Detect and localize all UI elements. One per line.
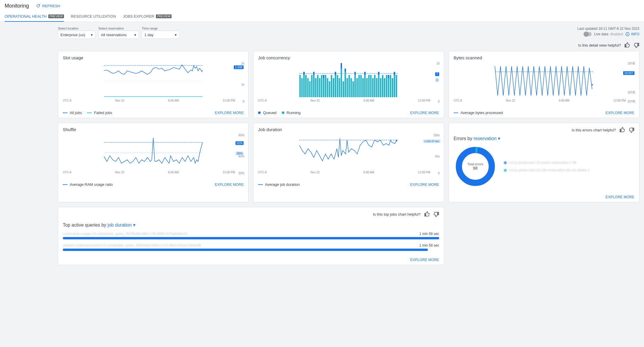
thumbs-down-icon[interactable] xyxy=(433,211,439,217)
svg-rect-16 xyxy=(315,78,317,97)
svg-rect-37 xyxy=(349,75,350,97)
thumbs-up-icon[interactable] xyxy=(619,127,625,133)
time-range-select[interactable]: 1 day ▾ xyxy=(142,31,179,39)
thumbs-up-icon[interactable] xyxy=(424,211,430,217)
value-badge: 18.93T xyxy=(623,71,634,75)
progress-bar xyxy=(63,249,428,251)
svg-rect-27 xyxy=(335,75,336,97)
svg-rect-51 xyxy=(372,78,374,97)
svg-rect-26 xyxy=(333,78,334,97)
explore-more-link[interactable]: EXPLORE MORE xyxy=(410,183,439,187)
svg-rect-20 xyxy=(323,78,325,97)
explore-more-link[interactable]: EXPLORE MORE xyxy=(410,111,439,115)
svg-rect-65 xyxy=(394,72,395,75)
card-top-queries: Is this top jobs chart helpful? Top acti… xyxy=(58,207,444,265)
card-shuffle: Shuffle 60% 40% 20% 52% 38% UTC-8 Nov 22… xyxy=(58,123,249,202)
svg-rect-8 xyxy=(303,75,305,97)
card-job-duration: Job duration 100s 50s 0 1 min 27 sec UTC… xyxy=(253,123,444,202)
svg-rect-53 xyxy=(376,78,378,97)
time-range-label: Time range xyxy=(142,27,179,30)
svg-rect-2 xyxy=(628,33,628,33)
svg-rect-7 xyxy=(301,78,303,97)
svg-rect-36 xyxy=(347,78,348,97)
svg-point-72 xyxy=(396,140,397,142)
svg-rect-58 xyxy=(384,78,385,97)
explore-more-link[interactable]: EXPLORE MORE xyxy=(215,183,244,187)
svg-rect-22 xyxy=(325,75,326,97)
svg-rect-42 xyxy=(356,78,358,97)
explore-more-link[interactable]: EXPLORE MORE xyxy=(410,258,439,262)
legend-ram: Average RAM usage ratio xyxy=(63,182,113,187)
job-duration-chart: 100s 50s 0 1 min 27 sec UTC-8 Nov 22 6:0… xyxy=(258,135,439,178)
svg-rect-11 xyxy=(307,78,309,97)
legend-bytes: Average bytes processed xyxy=(454,111,503,115)
refresh-label: REFRESH xyxy=(42,4,60,8)
legend-jobdur: Average job duration xyxy=(258,182,300,187)
detail-feedback-row: Is this detail view helpful? xyxy=(58,42,639,48)
live-data-toggle[interactable] xyxy=(584,32,592,36)
thumbs-up-icon[interactable] xyxy=(624,42,630,48)
refresh-button[interactable]: REFRESH xyxy=(36,3,60,8)
svg-rect-34 xyxy=(345,72,346,97)
svg-rect-64 xyxy=(394,75,395,97)
tabs: OPERATIONAL HEALTH PREVIEW RESOURCE UTIL… xyxy=(0,12,644,22)
svg-rect-47 xyxy=(364,72,366,75)
value-badge: 7 xyxy=(435,72,439,76)
value-badge: 1.93K xyxy=(234,65,244,69)
legend-error-item: m11y-joonix-test:US.yuesh-reservation-2 … xyxy=(504,161,590,165)
svg-rect-57 xyxy=(382,75,384,97)
progress-bar xyxy=(63,237,439,239)
chevron-down-icon: ▾ xyxy=(134,33,136,37)
svg-rect-12 xyxy=(309,81,311,97)
svg-rect-6 xyxy=(299,75,301,97)
info-button[interactable]: INFO xyxy=(625,32,639,36)
card-slot-usage: Slot usage 2k 1k 0 1.93K UTC-8 Nov 22 6:… xyxy=(58,51,249,118)
tab-jobs-explorer[interactable]: JOBS EXPLORER PREVIEW xyxy=(123,12,172,22)
errors-groupby-dropdown[interactable]: reservation ▾ xyxy=(474,136,500,141)
filter-row: Select location Enterprise (us) ▾ Select… xyxy=(58,27,639,39)
explore-more-link[interactable]: EXPLORE MORE xyxy=(606,195,634,199)
chart-title: Job concurrency xyxy=(258,55,439,60)
preview-badge: PREVIEW xyxy=(156,14,172,18)
svg-rect-59 xyxy=(386,75,387,97)
thumbs-down-icon[interactable] xyxy=(629,127,634,133)
legend-all-jobs: All jobs xyxy=(63,111,82,115)
svg-rect-56 xyxy=(380,78,382,97)
svg-rect-1 xyxy=(628,34,628,35)
chevron-down-icon: ▾ xyxy=(91,33,93,37)
svg-rect-32 xyxy=(341,63,342,69)
tab-operational-health[interactable]: OPERATIONAL HEALTH PREVIEW xyxy=(5,12,64,22)
location-select[interactable]: Enterprise (us) ▾ xyxy=(58,31,95,39)
query-row[interactable]: juliawhr-ondemand-test3:US.scheduled_que… xyxy=(63,243,439,251)
card-errors: Is this errors chart helpful? Errors by … xyxy=(449,123,639,202)
thumbs-down-icon[interactable] xyxy=(634,42,639,48)
svg-rect-40 xyxy=(354,75,356,97)
chart-title: Job duration xyxy=(258,127,439,132)
svg-rect-28 xyxy=(335,72,336,75)
svg-point-68 xyxy=(591,84,593,86)
explore-more-link[interactable]: EXPLORE MORE xyxy=(215,111,244,115)
location-label: Select location xyxy=(58,27,95,30)
legend-queued: Queued xyxy=(258,111,276,115)
feedback-question: Is this detail view helpful? xyxy=(578,43,621,47)
value-badge: 1 xyxy=(435,78,439,82)
reservation-label: Select reservation xyxy=(98,27,139,30)
query-row[interactable]: u-e2e-tests-usage:US.scheduled_query_657… xyxy=(63,232,439,239)
svg-rect-35 xyxy=(345,69,346,72)
value-badge: 52% xyxy=(235,141,244,145)
tab-resource-utilization[interactable]: RESOURCE UTILIZATION xyxy=(71,12,116,22)
svg-rect-24 xyxy=(329,81,330,97)
svg-rect-14 xyxy=(313,75,315,97)
feedback-question: Is this errors chart helpful? xyxy=(572,128,616,132)
explore-more-link[interactable]: EXPLORE MORE xyxy=(606,111,634,115)
svg-rect-63 xyxy=(392,78,393,97)
svg-rect-13 xyxy=(311,75,313,97)
value-badge: 1 min 27 sec xyxy=(423,139,440,143)
svg-rect-55 xyxy=(378,72,380,75)
chevron-down-icon: ▾ xyxy=(175,33,177,37)
job-concurrency-chart: 10 0 7 1 UTC-8 Nov 22 6:00 AM 12:00 PM xyxy=(258,63,439,107)
svg-rect-9 xyxy=(303,72,305,75)
topq-sort-dropdown[interactable]: job duration ▾ xyxy=(108,223,135,227)
svg-rect-38 xyxy=(351,78,352,97)
reservation-select[interactable]: All reservations ▾ xyxy=(98,31,139,39)
